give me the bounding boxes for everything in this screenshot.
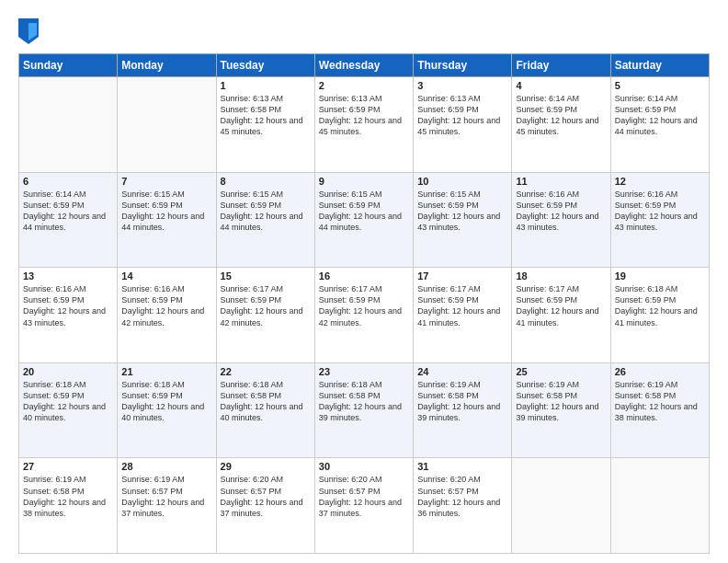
calendar-cell: 16Sunrise: 6:17 AMSunset: 6:59 PMDayligh…	[314, 268, 413, 363]
calendar-cell: 15Sunrise: 6:17 AMSunset: 6:59 PMDayligh…	[216, 268, 314, 363]
day-info: Sunrise: 6:16 AMSunset: 6:59 PMDaylight:…	[121, 283, 211, 328]
day-number: 26	[615, 366, 705, 377]
day-number: 12	[615, 176, 705, 187]
day-number: 9	[319, 176, 409, 187]
weekday-header-tuesday: Tuesday	[216, 54, 314, 77]
calendar-cell: 25Sunrise: 6:19 AMSunset: 6:58 PMDayligh…	[512, 362, 610, 458]
calendar-cell: 26Sunrise: 6:19 AMSunset: 6:58 PMDayligh…	[610, 362, 709, 458]
calendar-cell: 12Sunrise: 6:16 AMSunset: 6:59 PMDayligh…	[610, 172, 709, 268]
day-number: 25	[516, 366, 606, 377]
day-info: Sunrise: 6:13 AMSunset: 6:59 PMDaylight:…	[417, 93, 507, 138]
day-info: Sunrise: 6:14 AMSunset: 6:59 PMDaylight:…	[615, 93, 705, 138]
calendar-cell: 29Sunrise: 6:20 AMSunset: 6:57 PMDayligh…	[216, 458, 314, 554]
calendar-cell: 9Sunrise: 6:15 AMSunset: 6:59 PMDaylight…	[314, 172, 413, 268]
calendar-cell: 4Sunrise: 6:14 AMSunset: 6:59 PMDaylight…	[512, 77, 610, 173]
calendar-cell	[118, 77, 216, 173]
calendar-cell: 27Sunrise: 6:19 AMSunset: 6:58 PMDayligh…	[19, 458, 118, 554]
day-number: 30	[319, 461, 409, 472]
calendar-cell: 7Sunrise: 6:15 AMSunset: 6:59 PMDaylight…	[118, 172, 216, 268]
day-info: Sunrise: 6:15 AMSunset: 6:59 PMDaylight:…	[221, 189, 311, 234]
day-info: Sunrise: 6:15 AMSunset: 6:59 PMDaylight:…	[319, 189, 409, 234]
day-info: Sunrise: 6:14 AMSunset: 6:59 PMDaylight:…	[23, 189, 113, 234]
day-info: Sunrise: 6:17 AMSunset: 6:59 PMDaylight:…	[516, 283, 606, 328]
calendar-week-5: 27Sunrise: 6:19 AMSunset: 6:58 PMDayligh…	[19, 458, 710, 554]
day-info: Sunrise: 6:19 AMSunset: 6:58 PMDaylight:…	[417, 379, 507, 424]
day-number: 7	[121, 176, 211, 187]
calendar-cell	[610, 458, 709, 554]
day-number: 2	[319, 80, 409, 91]
day-info: Sunrise: 6:19 AMSunset: 6:57 PMDaylight:…	[121, 474, 211, 519]
day-info: Sunrise: 6:18 AMSunset: 6:58 PMDaylight:…	[221, 379, 311, 424]
day-number: 21	[121, 366, 211, 377]
calendar-cell: 10Sunrise: 6:15 AMSunset: 6:59 PMDayligh…	[414, 172, 512, 268]
calendar-week-1: 1Sunrise: 6:13 AMSunset: 6:58 PMDaylight…	[19, 77, 710, 173]
day-info: Sunrise: 6:18 AMSunset: 6:58 PMDaylight:…	[319, 379, 409, 424]
calendar-cell: 24Sunrise: 6:19 AMSunset: 6:58 PMDayligh…	[414, 362, 512, 458]
weekday-header-thursday: Thursday	[414, 54, 512, 77]
day-info: Sunrise: 6:13 AMSunset: 6:59 PMDaylight:…	[319, 93, 409, 138]
day-number: 29	[221, 461, 311, 472]
calendar-cell: 3Sunrise: 6:13 AMSunset: 6:59 PMDaylight…	[414, 77, 512, 173]
calendar-cell: 8Sunrise: 6:15 AMSunset: 6:59 PMDaylight…	[216, 172, 314, 268]
day-number: 16	[319, 270, 409, 282]
calendar-cell: 17Sunrise: 6:17 AMSunset: 6:59 PMDayligh…	[414, 268, 512, 363]
day-info: Sunrise: 6:17 AMSunset: 6:59 PMDaylight:…	[417, 283, 507, 328]
page: SundayMondayTuesdayWednesdayThursdayFrid…	[0, 0, 728, 563]
calendar-cell: 28Sunrise: 6:19 AMSunset: 6:57 PMDayligh…	[118, 458, 216, 554]
day-number: 17	[417, 270, 507, 282]
day-number: 6	[23, 176, 113, 187]
header	[18, 17, 710, 44]
calendar-cell: 21Sunrise: 6:18 AMSunset: 6:59 PMDayligh…	[118, 362, 216, 458]
day-info: Sunrise: 6:19 AMSunset: 6:58 PMDaylight:…	[23, 474, 113, 519]
calendar-cell: 31Sunrise: 6:20 AMSunset: 6:57 PMDayligh…	[414, 458, 512, 554]
day-info: Sunrise: 6:20 AMSunset: 6:57 PMDaylight:…	[319, 474, 409, 519]
weekday-header-wednesday: Wednesday	[314, 54, 413, 77]
logo	[18, 17, 42, 44]
day-number: 19	[615, 270, 705, 282]
calendar-cell: 22Sunrise: 6:18 AMSunset: 6:58 PMDayligh…	[216, 362, 314, 458]
calendar-cell: 20Sunrise: 6:18 AMSunset: 6:59 PMDayligh…	[19, 362, 118, 458]
calendar-cell: 19Sunrise: 6:18 AMSunset: 6:59 PMDayligh…	[610, 268, 709, 363]
day-info: Sunrise: 6:18 AMSunset: 6:59 PMDaylight:…	[615, 283, 705, 328]
day-number: 31	[417, 461, 507, 472]
calendar-week-3: 13Sunrise: 6:16 AMSunset: 6:59 PMDayligh…	[19, 268, 710, 363]
calendar-cell: 11Sunrise: 6:16 AMSunset: 6:59 PMDayligh…	[512, 172, 610, 268]
calendar-header-row: SundayMondayTuesdayWednesdayThursdayFrid…	[19, 54, 710, 77]
day-info: Sunrise: 6:20 AMSunset: 6:57 PMDaylight:…	[221, 474, 311, 519]
calendar-cell: 30Sunrise: 6:20 AMSunset: 6:57 PMDayligh…	[314, 458, 413, 554]
day-number: 3	[417, 80, 507, 91]
day-info: Sunrise: 6:13 AMSunset: 6:58 PMDaylight:…	[221, 93, 311, 138]
day-info: Sunrise: 6:17 AMSunset: 6:59 PMDaylight:…	[221, 283, 311, 328]
day-info: Sunrise: 6:16 AMSunset: 6:59 PMDaylight:…	[615, 189, 705, 234]
day-number: 4	[516, 80, 606, 91]
day-number: 14	[121, 270, 211, 282]
weekday-header-saturday: Saturday	[610, 54, 709, 77]
weekday-header-friday: Friday	[512, 54, 610, 77]
calendar-cell: 2Sunrise: 6:13 AMSunset: 6:59 PMDaylight…	[314, 77, 413, 173]
calendar-cell: 1Sunrise: 6:13 AMSunset: 6:58 PMDaylight…	[216, 77, 314, 173]
day-number: 18	[516, 270, 606, 282]
day-number: 13	[23, 270, 113, 282]
calendar-cell: 18Sunrise: 6:17 AMSunset: 6:59 PMDayligh…	[512, 268, 610, 363]
day-info: Sunrise: 6:15 AMSunset: 6:59 PMDaylight:…	[417, 189, 507, 234]
weekday-header-monday: Monday	[118, 54, 216, 77]
calendar-cell: 6Sunrise: 6:14 AMSunset: 6:59 PMDaylight…	[19, 172, 118, 268]
calendar-cell: 14Sunrise: 6:16 AMSunset: 6:59 PMDayligh…	[118, 268, 216, 363]
day-number: 20	[23, 366, 113, 377]
day-info: Sunrise: 6:16 AMSunset: 6:59 PMDaylight:…	[516, 189, 606, 234]
calendar-cell: 5Sunrise: 6:14 AMSunset: 6:59 PMDaylight…	[610, 77, 709, 173]
day-info: Sunrise: 6:17 AMSunset: 6:59 PMDaylight:…	[319, 283, 409, 328]
weekday-header-sunday: Sunday	[19, 54, 118, 77]
day-info: Sunrise: 6:16 AMSunset: 6:59 PMDaylight:…	[23, 283, 113, 328]
day-number: 11	[516, 176, 606, 187]
calendar-cell: 13Sunrise: 6:16 AMSunset: 6:59 PMDayligh…	[19, 268, 118, 363]
day-info: Sunrise: 6:18 AMSunset: 6:59 PMDaylight:…	[121, 379, 211, 424]
day-number: 15	[221, 270, 311, 282]
calendar-cell	[512, 458, 610, 554]
day-number: 8	[221, 176, 311, 187]
day-number: 28	[121, 461, 211, 472]
day-number: 27	[23, 461, 113, 472]
calendar-week-4: 20Sunrise: 6:18 AMSunset: 6:59 PMDayligh…	[19, 362, 710, 458]
day-number: 24	[417, 366, 507, 377]
day-info: Sunrise: 6:20 AMSunset: 6:57 PMDaylight:…	[417, 474, 507, 519]
